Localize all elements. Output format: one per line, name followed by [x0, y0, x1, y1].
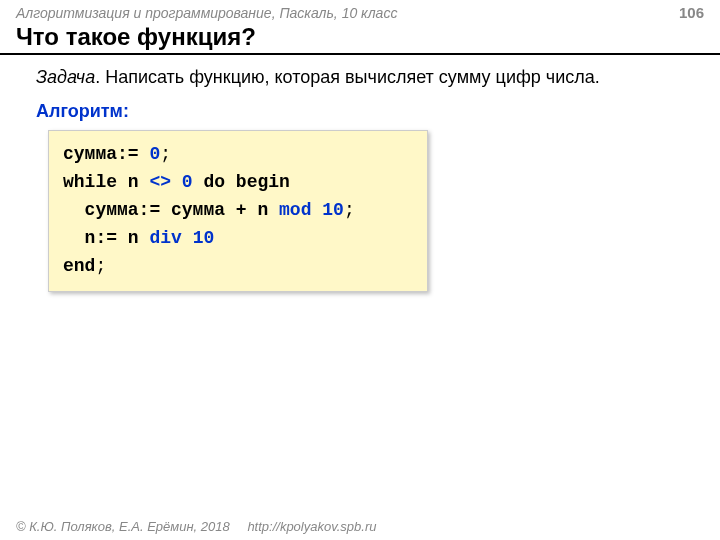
course-label: Алгоритмизация и программирование, Паска…	[16, 5, 397, 21]
algorithm-label: Алгоритм:	[0, 89, 720, 128]
slide-header: Алгоритмизация и программирование, Паска…	[0, 0, 720, 23]
footer-url: http://kpolyakov.spb.ru	[247, 519, 376, 534]
task-body: . Написать функцию, которая вычисляет су…	[95, 67, 600, 87]
page-title: Что такое функция?	[0, 23, 720, 55]
slide-footer: © К.Ю. Поляков, Е.А. Ерёмин, 2018 http:/…	[16, 519, 376, 534]
task-text: Задача. Написать функцию, которая вычисл…	[20, 65, 720, 89]
copyright: © К.Ю. Поляков, Е.А. Ерёмин, 2018	[16, 519, 230, 534]
page-number: 106	[679, 4, 704, 21]
task-label: Задача	[36, 67, 95, 87]
code-block: сумма:= 0; while n <> 0 do begin сумма:=…	[48, 130, 428, 291]
